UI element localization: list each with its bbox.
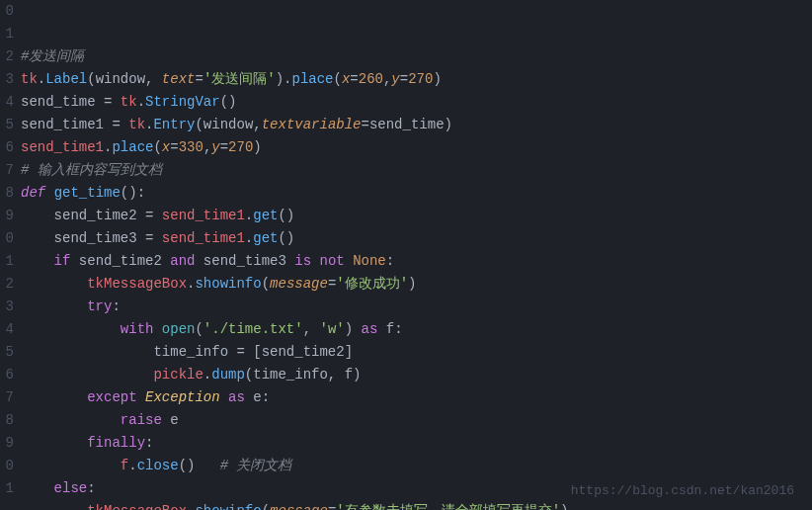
token: () xyxy=(179,458,220,473)
token: send_time1 xyxy=(162,230,245,246)
token xyxy=(345,253,353,269)
line-number: 3 xyxy=(0,296,14,318)
code-line[interactable]: send_time1 = tk.Entry(window,textvariabl… xyxy=(21,114,812,136)
line-number-gutter: 0123456789012345678901 xyxy=(0,0,21,510)
code-line[interactable]: #发送间隔 xyxy=(21,45,812,68)
token: raise xyxy=(121,412,162,428)
token: . xyxy=(203,367,211,382)
code-line[interactable]: time_info = [send_time2] xyxy=(21,341,812,364)
code-line[interactable]: send_time = tk.StringVar() xyxy=(21,91,812,114)
code-line[interactable]: try: xyxy=(21,296,812,318)
token: send_time1 xyxy=(21,139,104,155)
token: Exception xyxy=(145,389,220,405)
token: time_info = [send_time2] xyxy=(153,344,353,360)
token: () xyxy=(278,230,294,246)
code-line[interactable]: send_time3 = send_time1.get() xyxy=(21,227,812,250)
code-line[interactable]: if send_time2 and send_time3 is not None… xyxy=(21,250,812,273)
token: 270 xyxy=(408,71,433,87)
token xyxy=(220,389,228,405)
token: send_time1 xyxy=(162,208,245,223)
token: ( xyxy=(153,139,161,155)
token: send_time3 = xyxy=(54,230,162,246)
token: get_time xyxy=(54,185,121,201)
token: def xyxy=(21,185,45,201)
token: send_time2 = xyxy=(54,208,162,223)
token: ) xyxy=(345,321,362,337)
token: tk xyxy=(121,94,137,110)
token: as xyxy=(362,321,378,337)
token: get xyxy=(253,208,278,223)
line-number: 5 xyxy=(0,114,14,136)
line-number: 1 xyxy=(0,250,14,273)
line-number: 6 xyxy=(0,364,14,386)
line-number: 3 xyxy=(0,68,14,91)
token: StringVar xyxy=(145,94,220,110)
code-line[interactable]: finally: xyxy=(21,432,812,455)
code-line[interactable]: tkMessageBox.showinfo(message='修改成功') xyxy=(21,273,812,296)
token: = xyxy=(400,71,408,87)
token: ( xyxy=(262,276,270,292)
line-number: 4 xyxy=(0,318,14,341)
token: # 关闭文档 xyxy=(220,458,292,473)
token: 'w' xyxy=(320,321,345,337)
token: # 输入框内容写到文档 xyxy=(21,162,162,178)
token: send_time3 xyxy=(195,253,294,269)
code-line[interactable]: def get_time(): xyxy=(21,182,812,205)
token: = xyxy=(104,94,121,110)
token: : xyxy=(112,298,120,314)
token: , xyxy=(303,321,320,337)
code-line[interactable]: f.close() # 关闭文档 xyxy=(21,455,812,477)
token: f: xyxy=(377,321,402,337)
code-line[interactable]: except Exception as e: xyxy=(21,386,812,409)
token: : xyxy=(87,480,95,496)
code-line[interactable]: pickle.dump(time_info, f) xyxy=(21,364,812,386)
token: None xyxy=(353,253,386,269)
token: not xyxy=(320,253,345,269)
token: get xyxy=(253,230,278,246)
token: '发送间隔' xyxy=(203,71,276,87)
token: = xyxy=(350,71,358,87)
watermark-text: https://blog.csdn.net/kan2016 xyxy=(571,479,794,502)
line-number: 8 xyxy=(0,182,14,205)
token: . xyxy=(137,94,145,110)
token: y xyxy=(211,139,219,155)
line-number: 0 xyxy=(0,227,14,250)
token: ( xyxy=(195,321,203,337)
line-number: 9 xyxy=(0,205,14,227)
token xyxy=(153,321,161,337)
code-line[interactable]: tk.Label(window, text='发送间隔').place(x=26… xyxy=(21,68,812,91)
token xyxy=(311,253,319,269)
token: ) xyxy=(253,139,261,155)
token: send_time1 xyxy=(21,117,112,132)
token: showinfo xyxy=(195,503,261,510)
line-number: 7 xyxy=(0,386,14,409)
code-line[interactable]: send_time2 = send_time1.get() xyxy=(21,205,812,227)
line-number: 5 xyxy=(0,341,14,364)
code-line[interactable]: with open('./time.txt', 'w') as f: xyxy=(21,318,812,341)
token: Entry xyxy=(153,117,195,132)
line-number: 0 xyxy=(0,0,14,23)
token: ) xyxy=(433,71,441,87)
token: . xyxy=(128,458,136,473)
token: (window, xyxy=(195,117,261,132)
token: else xyxy=(54,480,88,496)
code-line[interactable]: send_time1.place(x=330,y=270) xyxy=(21,136,812,159)
token: send_time xyxy=(21,94,104,110)
token: ( xyxy=(262,503,270,510)
token: send_time2 xyxy=(70,253,170,269)
token: with xyxy=(121,321,154,337)
token: f xyxy=(121,458,128,473)
token: is xyxy=(294,253,311,269)
token: finally xyxy=(87,435,145,451)
code-area[interactable]: #发送间隔tk.Label(window, text='发送间隔').place… xyxy=(21,0,812,510)
token: e xyxy=(162,412,179,428)
token xyxy=(45,185,53,201)
token: 270 xyxy=(228,139,253,155)
token: . xyxy=(245,208,253,223)
token: (time_info, f) xyxy=(245,367,362,382)
code-line[interactable]: raise e xyxy=(21,409,812,432)
code-line[interactable]: # 输入框内容写到文档 xyxy=(21,159,812,182)
token: except xyxy=(87,389,136,405)
token: message xyxy=(270,276,328,292)
token: e: xyxy=(245,389,270,405)
